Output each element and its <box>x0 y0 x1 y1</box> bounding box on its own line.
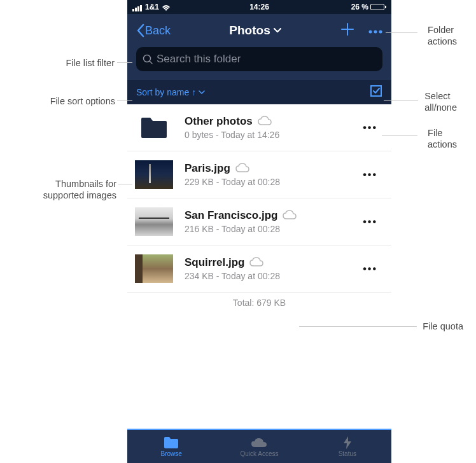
svg-rect-4 <box>371 86 381 96</box>
list-item[interactable]: San Francisco.jpg 216 KB - Today at 00:2… <box>127 198 391 245</box>
file-meta: 216 KB - Today at 00:28 <box>185 224 356 234</box>
callout-quota: File quota <box>423 321 463 332</box>
callout-sort-options: File sort options <box>27 95 115 107</box>
sort-direction-icon: ↑ <box>192 87 196 97</box>
select-all-button[interactable] <box>370 85 382 100</box>
file-list: Other photos 0 bytes - Today at 14:26 ••… <box>127 104 391 429</box>
tab-label: Quick Access <box>240 450 278 457</box>
battery-pct: 26 % <box>351 3 368 11</box>
sort-bar: Sort by name ↑ <box>127 80 391 104</box>
callout-select: Select all/none <box>424 90 457 113</box>
svg-point-0 <box>369 31 372 34</box>
callout-thumbnails: Thumbnails for supported images <box>27 178 116 201</box>
nav-bar: Back Photos <box>127 14 391 47</box>
svg-point-2 <box>379 31 382 34</box>
bolt-icon <box>344 436 351 449</box>
file-actions-button[interactable]: ••• <box>356 263 384 275</box>
folder-actions-button[interactable] <box>368 25 382 36</box>
sort-label-text: Sort by name <box>136 87 189 97</box>
file-name: Squirrel.jpg <box>185 256 244 269</box>
search-field[interactable] <box>136 47 382 71</box>
cloud-icon <box>249 257 263 269</box>
tab-browse[interactable]: Browse <box>127 430 215 463</box>
cloud-icon <box>283 210 297 222</box>
add-button[interactable] <box>340 22 354 39</box>
callout-file-filter: File list filter <box>45 57 115 69</box>
tab-status[interactable]: Status <box>304 430 391 463</box>
file-name: Paris.jpg <box>185 162 230 175</box>
svg-point-1 <box>374 31 377 34</box>
chevron-left-icon <box>136 24 144 38</box>
search-container <box>127 47 391 80</box>
phone-frame: 1&1 14:26 26 % Back Photos <box>127 0 391 463</box>
battery-icon <box>370 4 386 10</box>
file-actions-button[interactable]: ••• <box>356 169 384 181</box>
folder-thumbnail <box>135 113 173 142</box>
total-size: Total: 679 KB <box>127 293 391 313</box>
signal-icon <box>132 3 143 11</box>
callout-file-actions: File actions <box>428 127 457 150</box>
tab-bar: Browse Quick Access Status <box>127 429 391 463</box>
image-thumbnail <box>135 254 173 283</box>
file-name: Other photos <box>185 115 253 128</box>
tab-label: Browse <box>160 450 181 457</box>
chevron-down-icon <box>199 90 205 94</box>
page-title: Photos <box>229 24 270 38</box>
file-meta: 0 bytes - Today at 14:26 <box>185 130 356 140</box>
title-dropdown[interactable]: Photos <box>171 24 340 38</box>
file-actions-button[interactable]: ••• <box>356 122 384 134</box>
file-name: San Francisco.jpg <box>185 209 277 222</box>
search-icon <box>143 54 153 64</box>
cloud-icon <box>235 163 249 175</box>
folder-icon <box>140 116 168 139</box>
clock: 14:26 <box>249 3 269 11</box>
image-thumbnail <box>135 160 173 189</box>
cloud-icon <box>251 436 267 449</box>
list-item[interactable]: Other photos 0 bytes - Today at 14:26 ••… <box>127 104 391 151</box>
back-button[interactable]: Back <box>136 24 171 38</box>
carrier-label: 1&1 <box>145 3 159 11</box>
list-item[interactable]: Paris.jpg 229 KB - Today at 00:28 ••• <box>127 151 391 198</box>
chevron-down-icon <box>273 28 282 33</box>
search-input[interactable] <box>157 53 376 66</box>
back-label: Back <box>145 24 171 38</box>
folder-icon <box>164 436 179 449</box>
tab-label: Status <box>339 450 356 457</box>
sort-button[interactable]: Sort by name ↑ <box>136 87 205 97</box>
wifi-icon <box>162 3 171 11</box>
status-bar: 1&1 14:26 26 % <box>127 0 391 14</box>
file-actions-button[interactable]: ••• <box>356 216 384 228</box>
list-item[interactable]: Squirrel.jpg 234 KB - Today at 00:28 ••• <box>127 245 391 293</box>
image-thumbnail <box>135 207 173 236</box>
file-meta: 234 KB - Today at 00:28 <box>185 271 356 281</box>
tab-quick-access[interactable]: Quick Access <box>215 430 303 463</box>
cloud-icon <box>258 116 272 128</box>
file-meta: 229 KB - Today at 00:28 <box>185 177 356 187</box>
callout-folder-actions: Folder actions <box>428 24 457 47</box>
